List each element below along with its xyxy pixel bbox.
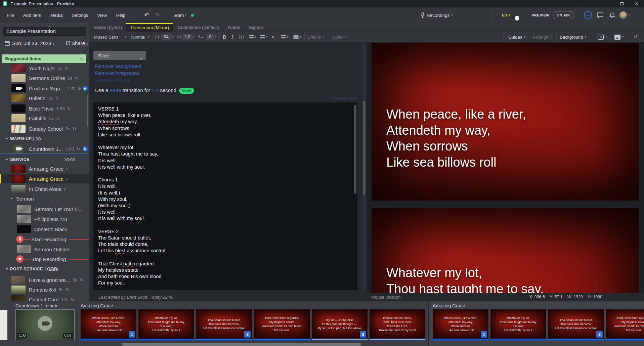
chat-icon[interactable] [597,12,604,18]
font-size-input[interactable]: 84 [161,34,171,40]
slide-thumbnail[interactable]: That Christ hath regarded My helpless es… [254,309,310,340]
slide-thumbnail[interactable]: Is nailed to the cross, And I bear it no… [370,309,425,340]
recordings-menu[interactable]: Recordings [427,13,449,18]
slide-preview-2[interactable]: Whatever my lot, Thou hast taught me to … [372,208,639,293]
share-button[interactable]: Share ▾ [72,40,88,46]
insert-textbox-icon[interactable]: A [598,35,604,40]
list-item-bulletin[interactable]: Bulletin7s↻ [0,93,89,103]
slide-thumbnail[interactable]: When peace, like a river, Attendeth my w… [433,309,488,340]
insert-image-icon[interactable] [614,35,620,40]
font-family-select[interactable]: Museo Sans [94,35,125,40]
slide-editor-panel: Slide▾ Remove background Remove foregrou… [89,42,367,293]
text-color-swatch[interactable] [293,35,299,39]
list-item-have-a-great-week[interactable]: Have a great we...5s↻ [0,275,89,285]
list-item-romans[interactable]: Romans 6:45s↻ [0,285,89,294]
list-item-in-christ-alone[interactable]: In Christ Alone♪ [0,184,89,193]
filmstrip-scrollbar[interactable] [122,343,361,346]
text-case-button[interactable]: Tt [238,35,242,40]
list-item-stop-recording[interactable]: Stop Recording [0,254,89,264]
menu-settings[interactable]: Settings [72,13,88,18]
on-air-button[interactable]: ON AIR [553,11,574,19]
list-item-sermon-title[interactable]: Sermon: Let Your Li... [0,204,89,214]
menu-media[interactable]: Media [50,13,63,18]
tab-slides-lyrics[interactable]: Slides (Lyrics) [89,23,126,32]
editor-scrollbar[interactable] [354,105,356,194]
list-item-start-recording[interactable]: Start Recording [0,234,89,244]
slide-thumbnail[interactable]: Whatever my lot, Thou hast taught me to … [138,309,194,340]
stepper-icon[interactable]: ▴▾ [193,35,194,39]
section-header-service[interactable]: ▼ SERVICE 10:00 [0,155,89,164]
close-button[interactable]: ✕ [629,0,644,7]
slide-preview-1[interactable]: When peace, like a river, Attendeth my w… [372,43,639,201]
service-date-dropdown[interactable]: Sun, Jul 23, 2023 ▾ [12,40,54,46]
slide-type-dropdown[interactable]: Slide▾ [93,51,146,60]
background-menu[interactable]: Background [560,35,583,40]
section-time: 2:59 [49,267,58,272]
tab-signals[interactable]: Signals [244,23,268,32]
stepper-icon[interactable]: ▴▾ [215,35,216,39]
list-item-sermons-online[interactable]: Sermons Online5s↻ [0,73,89,83]
section-header-warm-up[interactable]: ▼ WARM-UP 1:00 [0,134,89,143]
slide-thumbnail[interactable]: My sin — O the bliss Of this glorious th… [312,309,368,340]
numbered-list-button[interactable] [260,35,265,39]
stepper-icon[interactable]: ▴▾ [172,35,173,39]
list-item-countdown[interactable]: Countdown 1...1:00↻ ▶ [0,144,89,154]
team-menu[interactable]: Team [173,13,184,18]
tab-confidence-default[interactable]: Confidence (Default) [173,23,224,32]
bold-button[interactable]: B [223,34,226,40]
slide-thumbnail[interactable]: That Christ hath regarded My helpless es… [606,309,644,340]
tab-notes[interactable]: Notes [224,23,244,32]
guides-menu[interactable]: Guides [508,35,522,40]
list-item-sermon-outline[interactable]: Sermon Outline [0,244,89,254]
play-button[interactable]: ▶ [83,86,88,91]
item-label: Amazing Grace [29,166,63,171]
list-item-bible-trivia[interactable]: Bible Trivia1:50↻ [0,103,89,113]
paragraph-style-select[interactable]: Normal [131,35,145,40]
notifications-bell-icon[interactable] [609,12,615,18]
lyrics-text-editor[interactable]: VERSE 1 When peace, like a river, Attend… [93,102,357,290]
menu-help[interactable]: Help [116,13,125,18]
menu-add-item[interactable]: Add Item [23,13,41,18]
reset-rotation-icon[interactable]: ↺ [634,34,638,40]
slide-thumbnail[interactable]: When peace, like a river, Attendeth my w… [81,309,136,340]
slide-thumbnail[interactable]: Tho Satan should buffet, Tho trials shou… [196,309,252,340]
sidebar-scrollbar[interactable] [87,95,88,127]
play-button[interactable]: ▶ [83,146,88,151]
letter-spacing-input[interactable]: 0 [206,34,215,40]
fade-link[interactable]: Fade [110,87,121,93]
close-icon[interactable]: ✕ [79,54,83,63]
list-item-sunday-school[interactable]: Sunday School8s↻ [0,124,89,133]
menu-view[interactable]: View [97,13,107,18]
list-item-proclaim-signage[interactable]: Proclaim Sign...1:20↻ ▶ [0,83,89,93]
slide-thumbnail[interactable]: Tho Satan should buffet, Tho trials shou… [548,309,604,340]
remove-background-link[interactable]: Remove background [95,63,141,69]
menu-file[interactable]: File [7,13,14,18]
list-item-content-black[interactable]: Content: Black [0,224,89,234]
undo-icon[interactable]: ↶ [144,11,149,19]
list-item-amazing-grace-2-selected[interactable]: Amazing Grace♪ [0,174,89,183]
list-item-philippians[interactable]: Philippians 4:8 [0,214,89,224]
italic-button[interactable]: I [231,34,233,40]
tab-livestream-mirror[interactable]: Livestream (Mirror) [126,23,173,32]
panel-scrollbar[interactable] [363,101,366,195]
filmstrip-group-title-amazing-grace-selected: Amazing Grace [433,303,465,308]
remove-foreground-link[interactable]: Remove foreground [95,70,140,76]
text-align-button[interactable] [281,35,286,39]
subsection-header-sermon[interactable]: ▾ Sermon [0,194,89,203]
duration-link[interactable]: 1.0 [152,87,159,93]
list-item-faithlife[interactable]: Faithlife5s↻ [0,113,89,123]
line-spacing-input[interactable]: 1.0 [182,34,192,40]
more-options-icon[interactable]: ••• [584,11,592,19]
maximize-button[interactable] [614,0,629,7]
clear-formatting-button[interactable]: X [271,35,274,40]
section-header-post-service[interactable]: ▼ POST-SERVICE LOOP 2:59 [0,265,89,273]
slide-thumbnail[interactable]: Whatever my lot, Thou hast taught me to … [490,309,546,340]
presentation-name-input[interactable]: Example Presentation [3,27,86,36]
bullet-list-button[interactable] [249,35,254,39]
countdown-thumbnail[interactable]: 1:00 0:59 [15,309,75,340]
user-avatar[interactable] [619,11,627,19]
list-item-youth-night[interactable]: Youth Night7s↻ [0,63,89,73]
list-item-contact-card[interactable]: Contact Card12s↻ [0,294,89,301]
list-item-amazing-grace-1[interactable]: Amazing Grace♪ [0,164,89,173]
minimize-button[interactable]: — [600,0,614,7]
